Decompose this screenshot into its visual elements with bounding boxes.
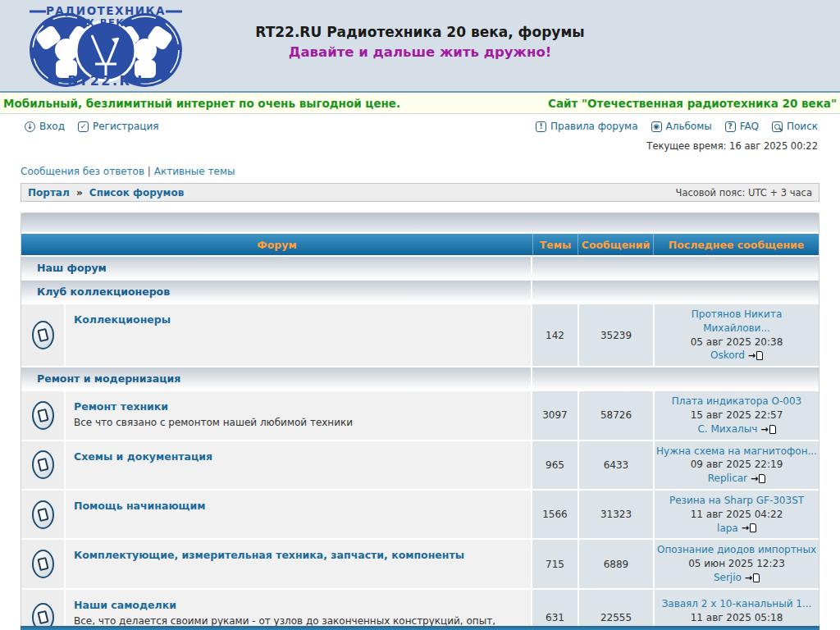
table-header-row: Форум Темы Сообщений Последнее сообщение	[21, 234, 819, 255]
topics-count: 965	[532, 441, 578, 489]
forum-status-cell	[21, 540, 64, 587]
search-icon	[772, 121, 783, 132]
forum-table-body: Наш форум Клуб коллекционеров Коллекцион…	[21, 257, 819, 630]
ad-link-left[interactable]: Мобильный, безлимитный интернет по очень…	[3, 97, 400, 110]
last-post-author-link[interactable]: Oskord	[710, 349, 745, 363]
forum-link[interactable]: Схемы и документация	[74, 450, 212, 463]
goto-last-post-icon[interactable]: →	[748, 351, 763, 360]
topics-count: 715	[532, 540, 578, 587]
last-post-date: 11 авг 2025 05:18	[691, 611, 783, 625]
last-post-author-link[interactable]: lapa	[717, 522, 738, 536]
goto-last-post-icon[interactable]: →	[742, 523, 756, 532]
posts-count: 6433	[579, 441, 653, 489]
forum-icon	[32, 321, 54, 349]
last-post-author-link[interactable]: Replicar	[708, 472, 747, 486]
last-post-cell: Протянов Никита Михайлови... 05 авг 2025…	[655, 304, 819, 366]
login-link[interactable]: ↓ Вход	[25, 121, 65, 132]
goto-last-post-icon[interactable]: →	[751, 474, 765, 483]
forum-link[interactable]: Наши самоделки	[74, 599, 176, 611]
last-post-topic-link[interactable]: Плата индикатора О-003	[672, 395, 801, 409]
active-topics-link[interactable]: Активные темы	[154, 166, 235, 177]
forum-name-cell: Ремонт техники Все что связано с ремонто…	[66, 391, 531, 439]
table-row: Схемы и документация 965 6433 Нужна схем…	[21, 441, 819, 489]
quick-links: Сообщения без ответов | Активные темы	[0, 152, 840, 177]
ad-link-right[interactable]: Сайт "Отечественная радиотехника 20 века…	[548, 97, 837, 110]
forum-description: Все что связано с ремонтом нашей любимой…	[74, 416, 523, 429]
posts-count: 6889	[579, 540, 653, 587]
category-row-filler	[532, 281, 819, 303]
forum-link[interactable]: Помощь начинающим	[74, 500, 205, 512]
logo-text-mid: XX ВЕКА	[78, 17, 133, 29]
category-link[interactable]: Наш форум	[37, 262, 107, 274]
forum-name-cell: Коллекционеры	[66, 304, 531, 366]
forum-link[interactable]: Комплектующие, измерительная техника, за…	[74, 549, 464, 561]
table-row: Наши самоделки Все, что делается своими …	[21, 590, 819, 630]
faq-link[interactable]: ? FAQ	[725, 121, 759, 132]
breadcrumb: Портал » Список форумов Часовой пояс: UT…	[21, 183, 819, 202]
column-header-forum: Форум	[21, 234, 532, 255]
albums-link[interactable]: ◉ Альбомы	[651, 121, 712, 132]
forum-name-cell: Схемы и документация	[66, 441, 531, 489]
login-icon: ↓	[25, 121, 35, 132]
last-post-cell: Опознание диодов импортных 05 июн 2025 1…	[655, 540, 819, 587]
site-logo-icon[interactable]: РАДИОТЕХНИКА XX ВЕКА RT22.RU	[23, 4, 189, 88]
last-post-author-link[interactable]: Serjio	[714, 571, 742, 585]
posts-count: 58726	[579, 391, 653, 439]
table-row: Комплектующие, измерительная техника, за…	[21, 540, 819, 587]
albums-icon: ◉	[651, 121, 662, 132]
last-post-date: 05 июн 2025 12:23	[688, 557, 785, 571]
topics-count: 1566	[532, 491, 578, 538]
forum-rules-link[interactable]: ! Правила форума	[536, 121, 637, 132]
forum-link[interactable]: Ремонт техники	[74, 400, 168, 413]
category-row: Наш форум	[21, 257, 819, 279]
column-header-topics: Темы	[532, 234, 578, 255]
forum-status-cell	[21, 590, 64, 630]
current-time: Текущее время: 16 авг 2025 00:22	[0, 132, 840, 152]
quicklinks-separator: |	[148, 166, 151, 177]
posts-count: 35239	[579, 304, 653, 366]
last-post-topic-link[interactable]: Нужна схема на магнитофон...	[656, 445, 817, 459]
forum-status-cell	[21, 304, 64, 366]
goto-last-post-icon[interactable]: →	[760, 425, 775, 434]
nav-links-row: ↓ Вход ✓ Регистрация ! Правила форума ◉ …	[0, 114, 840, 132]
forum-name-cell: Наши самоделки Все, что делается своими …	[66, 590, 531, 630]
search-link[interactable]: Поиск	[772, 121, 818, 132]
category-link[interactable]: Ремонт и модернизация	[37, 372, 180, 385]
last-post-author-link[interactable]: С. Михалыч	[697, 422, 757, 436]
column-header-lastpost: Последнее сообщение	[653, 234, 819, 255]
column-header-posts: Сообщений	[578, 234, 653, 255]
last-post-cell: Заваял 2 х 10-канальный 1... 11 авг 2025…	[655, 590, 819, 630]
last-post-topic-link[interactable]: Опознание диодов импортных	[657, 543, 816, 557]
table-row: Ремонт техники Все что связано с ремонто…	[21, 391, 819, 439]
category-row: Ремонт и модернизация	[21, 368, 819, 390]
ad-banner: Мобильный, безлимитный интернет по очень…	[0, 93, 840, 114]
last-post-date: 05 авг 2025 20:38	[691, 336, 783, 349]
forum-icon	[32, 401, 54, 430]
forum-link[interactable]: Коллекционеры	[74, 313, 171, 326]
category-row-filler	[532, 257, 819, 279]
logo-text-bottom: RT22.RU	[67, 73, 144, 88]
breadcrumb-forum-list-link[interactable]: Список форумов	[89, 187, 184, 199]
unanswered-posts-link[interactable]: Сообщения без ответов	[21, 166, 144, 177]
topics-count: 631	[532, 590, 578, 630]
forum-status-cell	[21, 441, 64, 489]
register-icon: ✓	[78, 121, 89, 132]
forum-status-cell	[21, 391, 64, 439]
table-row: Помощь начинающим 1566 31323 Резина на S…	[21, 491, 819, 538]
last-post-topic-link[interactable]: Резина на Sharp GF-303ST	[669, 494, 804, 508]
site-header: РАДИОТЕХНИКА XX ВЕКА RT22.RU RT22.RU Рад…	[0, 0, 840, 93]
forum-icon	[32, 500, 54, 529]
register-link[interactable]: ✓ Регистрация	[78, 121, 158, 132]
category-row-filler	[532, 368, 819, 390]
category-link[interactable]: Клуб коллекционеров	[37, 285, 170, 298]
last-post-topic-link[interactable]: Протянов Никита Михайлови...	[656, 308, 817, 336]
last-post-topic-link[interactable]: Заваял 2 х 10-канальный 1...	[662, 597, 812, 611]
forum-icon	[32, 550, 54, 578]
page-title: RT22.RU Радиотехника 20 века, форумы	[197, 22, 643, 43]
forum-name-cell: Комплектующие, измерительная техника, за…	[66, 540, 531, 587]
goto-last-post-icon[interactable]: →	[745, 573, 760, 582]
next-section-header-strip	[21, 626, 819, 630]
breadcrumb-portal-link[interactable]: Портал	[28, 187, 70, 199]
table-top-strip	[21, 212, 819, 232]
table-row: Коллекционеры 142 35239 Протянов Никита …	[21, 304, 819, 366]
